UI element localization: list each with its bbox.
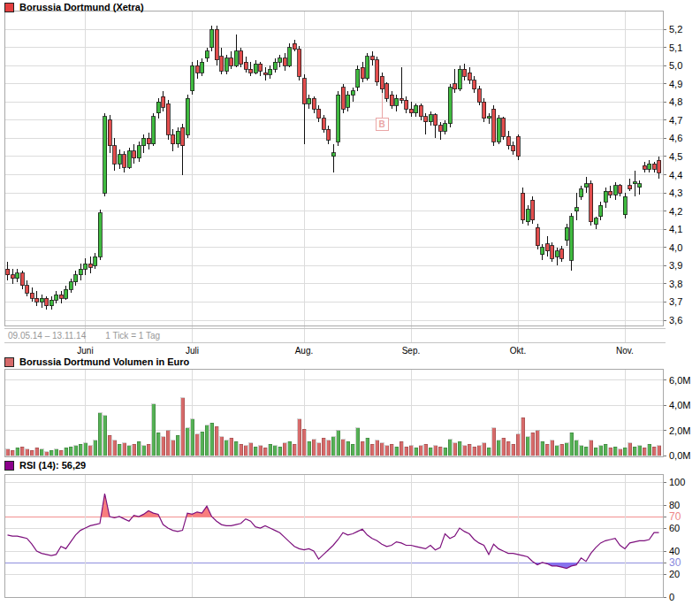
svg-text:40: 40: [669, 546, 680, 556]
month-label: Aug.: [295, 346, 314, 356]
month-label: Okt.: [510, 346, 526, 356]
date-range-label: 09.05.14 – 13.11.14: [8, 331, 86, 341]
month-label: Sep.: [402, 346, 421, 356]
rsi-legend: RSI (14): 56,29: [4, 460, 86, 471]
svg-text:4,4: 4,4: [669, 170, 682, 180]
svg-text:3,6: 3,6: [669, 315, 682, 325]
svg-text:4,6: 4,6: [669, 133, 682, 143]
svg-text:0: 0: [669, 592, 674, 602]
page-title: Borussia Dortmund (Xetra): [19, 2, 144, 12]
svg-text:5,0: 5,0: [669, 60, 682, 71]
svg-text:4,2: 4,2: [669, 206, 682, 217]
svg-text:3,9: 3,9: [669, 260, 682, 271]
stock-chart-app: { "header": { "title": "Borussia Dortmun…: [0, 0, 700, 605]
date-range-strip: 09.05.14 – 13.11.141 Tick = 1 Tag: [4, 328, 666, 343]
rsi-legend-label: RSI (14): 56,29: [19, 460, 86, 471]
svg-text:4,5: 4,5: [669, 151, 682, 162]
svg-text:30: 30: [669, 556, 681, 569]
svg-text:20: 20: [669, 569, 680, 579]
volume-legend-label: Borussia Dortmund Volumen in Euro: [19, 356, 189, 367]
month-label: Nov.: [616, 346, 634, 356]
svg-text:4,9: 4,9: [669, 79, 682, 89]
tick-unit-label: 1 Tick = 1 Tag: [105, 331, 160, 341]
svg-text:100: 100: [669, 477, 685, 487]
svg-text:70: 70: [669, 510, 681, 523]
svg-text:80: 80: [669, 500, 680, 510]
svg-text:3,7: 3,7: [669, 296, 682, 307]
svg-text:0,0M: 0,0M: [669, 450, 690, 461]
svg-text:2,0M: 2,0M: [669, 425, 690, 436]
svg-text:5,1: 5,1: [669, 42, 682, 53]
svg-text:B: B: [378, 119, 384, 129]
svg-text:60: 60: [669, 523, 680, 533]
svg-text:4,3: 4,3: [669, 188, 682, 198]
volume-series: [6, 398, 661, 456]
month-label: Juli: [186, 346, 199, 356]
volume-legend: Borussia Dortmund Volumen in Euro: [4, 356, 189, 367]
svg-text:5,2: 5,2: [669, 24, 682, 34]
candlestick-series: [6, 26, 661, 310]
volume-series-icon: [4, 357, 14, 367]
svg-text:4,1: 4,1: [669, 224, 682, 234]
chart-canvas: 5,25,15,04,94,84,74,64,54,44,34,24,14,03…: [0, 0, 700, 605]
svg-text:4,0M: 4,0M: [669, 400, 690, 410]
rsi-series-icon: [4, 461, 14, 471]
price-series-icon: [4, 3, 14, 12]
price-legend: Borussia Dortmund (Xetra): [4, 2, 144, 12]
svg-text:4,7: 4,7: [669, 115, 682, 126]
svg-text:4,0: 4,0: [669, 242, 682, 253]
svg-text:3,8: 3,8: [669, 279, 682, 289]
svg-text:4,8: 4,8: [669, 96, 682, 107]
month-label: Juni: [77, 346, 93, 356]
svg-text:6,0M: 6,0M: [669, 375, 690, 386]
